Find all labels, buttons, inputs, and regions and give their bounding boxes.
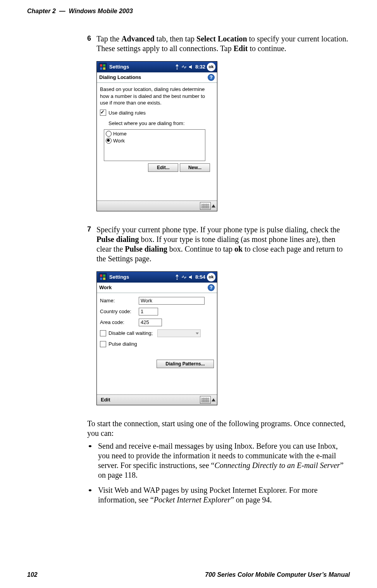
sip-menu-icon[interactable]: [212, 204, 215, 207]
use-dialing-rules-checkbox[interactable]: Use dialing rules: [100, 110, 146, 117]
app-title: Settings: [109, 274, 174, 280]
checkbox-icon: [100, 330, 106, 336]
svg-point-1: [176, 278, 177, 279]
svg-point-0: [176, 69, 177, 70]
step-text: Tap the Advanced tab, then tap Select Lo…: [96, 34, 350, 53]
cross-ref: Pocket Internet Explorer: [154, 495, 231, 504]
header-title: Windows Mobile 2003: [69, 8, 133, 14]
keyboard-icon[interactable]: [200, 396, 211, 404]
title-bar: Settings 8:54 ok: [97, 272, 217, 283]
panel-body: Based on your location, dialing rules de…: [97, 83, 217, 201]
disable-call-waiting-checkbox[interactable]: Disable call waiting;: [100, 330, 153, 337]
dialing-patterns-button[interactable]: Dialing Patterns...: [157, 360, 214, 368]
location-listbox[interactable]: Home Work: [104, 129, 205, 161]
text: tab, then tap: [155, 34, 196, 43]
clock: 8:32: [195, 64, 205, 70]
text: Tap the: [96, 34, 121, 43]
term-ok: ok: [234, 245, 243, 253]
screenshot-work-settings: Settings 8:54 ok: [96, 271, 218, 405]
checkbox-icon: [100, 341, 106, 347]
device-frame: Settings 8:32 ok: [96, 61, 217, 211]
pulse-dialing-checkbox[interactable]: Pulse dialing: [100, 341, 137, 348]
header-left: Chapter 2 — Windows Mobile 2003: [27, 8, 133, 15]
speaker-icon: [188, 64, 194, 70]
checkbox-icon: [100, 110, 106, 116]
panel-header: Dialing Locations ?: [97, 72, 217, 83]
ok-button[interactable]: ok: [207, 273, 215, 281]
label-country-code: Country code:: [100, 308, 139, 315]
keyboard-icon[interactable]: [200, 202, 211, 210]
step-text: Specify your current phone type. If your…: [96, 225, 350, 264]
clock: 8:54: [195, 274, 205, 280]
description-text: Based on your location, dialing rules de…: [100, 86, 214, 106]
text: Specify your current phone type. If your…: [96, 225, 340, 234]
area-code-field[interactable]: [139, 319, 162, 326]
term-edit: Edit: [234, 44, 248, 53]
system-tray: 8:54: [174, 274, 205, 280]
ok-button[interactable]: ok: [207, 63, 215, 71]
page: Chapter 2 — Windows Mobile 2003 6 Tap th…: [0, 0, 377, 588]
term-select-location: Select Location: [196, 34, 247, 43]
start-icon[interactable]: [98, 63, 107, 71]
checkbox-label: Use dialing rules: [108, 110, 146, 117]
checkbox-label: Disable call waiting;: [108, 330, 153, 337]
option-label: Home: [113, 130, 127, 137]
menu-edit[interactable]: Edit: [98, 397, 110, 403]
row-disable-call-waiting: Disable call waiting;: [100, 329, 214, 338]
page-number: 102: [27, 571, 38, 578]
label-area-code: Area code:: [100, 319, 139, 326]
text: box. Continue to tap: [167, 245, 234, 253]
help-icon[interactable]: ?: [208, 74, 215, 81]
row-pulse-dialing: Pulse dialing: [100, 339, 214, 349]
app-title: Settings: [109, 64, 174, 70]
system-tray: 8:32: [174, 64, 205, 70]
start-icon[interactable]: [98, 273, 107, 281]
closing-paragraph: To start the connection, start using one…: [87, 419, 350, 438]
row-country-code: Country code:: [100, 307, 214, 316]
signal-icon: [174, 274, 180, 280]
panel-title: Work: [99, 285, 112, 291]
step-6: 6 Tap the Advanced tab, then tap Select …: [87, 34, 350, 53]
row-name: Name:: [100, 296, 214, 305]
button-row: Edit... New...: [100, 163, 210, 172]
label-name: Name:: [100, 297, 139, 304]
row-area-code: Area code:: [100, 318, 214, 327]
speaker-icon: [188, 274, 194, 280]
header-sep: —: [59, 8, 65, 14]
step-number: 7: [87, 225, 96, 264]
country-code-field[interactable]: [139, 308, 158, 315]
sip-bar: [97, 201, 217, 211]
text: ” on page 94.: [231, 495, 272, 504]
radio-icon: [106, 138, 112, 144]
bullet-inbox: Send and receive e-mail messages by usin…: [87, 441, 350, 480]
connection-icon: [181, 274, 187, 280]
running-header: Chapter 2 — Windows Mobile 2003: [0, 0, 377, 15]
bullet-list: Send and receive e-mail messages by usin…: [87, 441, 350, 505]
step-7: 7 Specify your current phone type. If yo…: [87, 225, 350, 264]
option-label: Work: [113, 137, 125, 144]
manual-title: 700 Series Color Mobile Computer User’s …: [205, 571, 350, 578]
new-button[interactable]: New...: [180, 163, 210, 172]
help-icon[interactable]: ?: [208, 284, 215, 291]
radio-icon: [106, 131, 112, 137]
term-pulse-dialing: Pulse dialing: [96, 235, 139, 243]
screenshot-dialing-locations: Settings 8:32 ok: [96, 61, 218, 211]
location-option-work[interactable]: Work: [106, 137, 205, 144]
sip-menu-icon[interactable]: [212, 398, 215, 401]
connection-icon: [181, 64, 187, 70]
panel-header: Work ?: [97, 283, 217, 293]
location-option-home[interactable]: Home: [106, 130, 205, 137]
step-number: 6: [87, 34, 96, 53]
cross-ref: Connecting Directly to an E-mail Server: [214, 461, 340, 470]
edit-button[interactable]: Edit...: [148, 163, 178, 172]
term-pulse-dialing: Pulse dialing: [125, 245, 167, 253]
text: to continue.: [248, 44, 286, 53]
term-advanced: Advanced: [121, 34, 155, 43]
name-field[interactable]: [139, 297, 205, 305]
call-waiting-dropdown[interactable]: [157, 329, 201, 337]
panel-title: Dialing Locations: [99, 74, 141, 81]
select-from-label: Select where you are dialing from:: [108, 120, 214, 127]
command-bar: Edit: [97, 394, 217, 405]
bullet-pie: Visit Web and WAP pages by using Pocket …: [87, 485, 350, 505]
title-bar: Settings 8:32 ok: [97, 62, 217, 72]
